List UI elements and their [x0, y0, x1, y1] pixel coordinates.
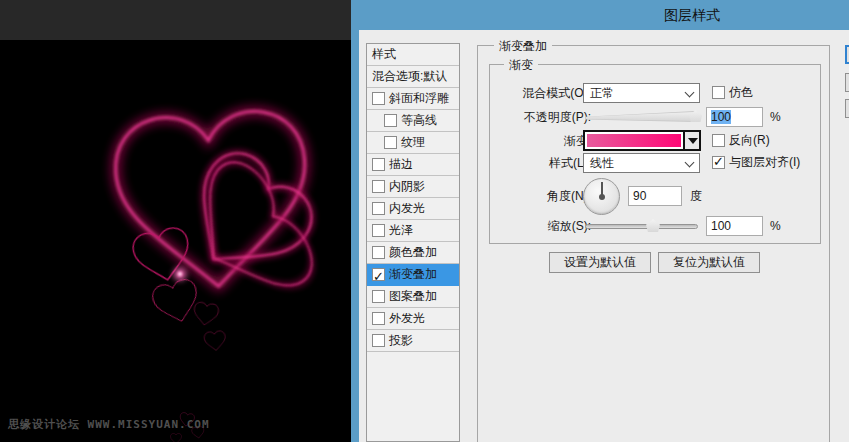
scale-slider-track[interactable]: [585, 224, 698, 229]
angle-label: 角度(N):: [491, 186, 591, 206]
checkbox-icon[interactable]: [372, 334, 385, 347]
gradient-overlay-groupbox: 渐变叠加 渐变: [477, 45, 830, 442]
checkbox-icon[interactable]: [372, 202, 385, 215]
checkbox-icon[interactable]: [712, 134, 725, 147]
groupbox-title: 渐变叠加: [494, 38, 552, 55]
style-select[interactable]: 线性: [583, 153, 700, 173]
reset-default-button[interactable]: 复位为默认值: [658, 252, 760, 273]
opacity-input[interactable]: 100: [706, 107, 763, 127]
checkbox-icon[interactable]: [712, 86, 725, 99]
blend-mode-select[interactable]: 正常: [583, 83, 700, 103]
subgroup-title: 渐变: [504, 57, 538, 74]
dialog-left-border: [351, 30, 359, 442]
opacity-unit: %: [770, 107, 781, 127]
style-item-satin[interactable]: 光泽: [367, 220, 459, 242]
checkbox-icon[interactable]: [372, 92, 385, 105]
new-style-button-partial[interactable]: [845, 99, 849, 118]
cancel-button-partial[interactable]: [845, 73, 849, 92]
style-item-blending-options[interactable]: 混合选项:默认: [367, 66, 459, 88]
style-item-bevel-emboss[interactable]: 斜面和浮雕: [367, 88, 459, 110]
scale-label: 缩放(S):: [491, 216, 591, 236]
heart-trail-1: [150, 277, 203, 327]
dither-checkbox-row[interactable]: 仿色: [712, 84, 753, 101]
heart-trail-2: [192, 302, 219, 327]
neon-hearts-artwork: [0, 0, 351, 442]
style-item-inner-glow[interactable]: 内发光: [367, 198, 459, 220]
layer-style-dialog: 图层样式 样式 混合选项:默认 斜面和浮雕 等高线 纹理: [351, 0, 849, 442]
angle-input[interactable]: 90: [628, 186, 682, 206]
gradient-dropdown-arrow-icon[interactable]: [683, 132, 699, 149]
checkbox-icon[interactable]: [372, 180, 385, 193]
style-item-styles[interactable]: 样式: [367, 44, 459, 66]
glow-point-core: [178, 272, 182, 276]
gradient-label: 渐变:: [491, 131, 591, 151]
checkbox-checked-icon[interactable]: [372, 268, 385, 281]
dialog-title: 图层样式: [664, 7, 720, 25]
checkbox-checked-icon[interactable]: [712, 156, 725, 169]
align-layer-checkbox-row[interactable]: 与图层对齐(I): [712, 154, 800, 171]
checkbox-icon[interactable]: [372, 158, 385, 171]
style-item-contour[interactable]: 等高线: [367, 110, 459, 132]
document-canvas[interactable]: 思缘设计论坛 WWW.MISSYUAN.COM: [0, 0, 351, 442]
chevron-down-icon: [685, 158, 695, 168]
scale-unit: %: [770, 216, 781, 236]
blend-mode-label: 混合模式(O):: [491, 83, 591, 103]
style-item-stroke[interactable]: 描边: [367, 154, 459, 176]
checkbox-icon[interactable]: [372, 290, 385, 303]
style-item-drop-shadow[interactable]: 投影: [367, 330, 459, 352]
heart-trail-3: [204, 330, 227, 351]
reverse-checkbox-row[interactable]: 反向(R): [712, 132, 770, 149]
checkbox-icon[interactable]: [384, 114, 397, 127]
checkbox-icon[interactable]: [384, 136, 397, 149]
style-item-pattern-overlay[interactable]: 图案叠加: [367, 286, 459, 308]
make-default-button[interactable]: 设置为默认值: [549, 252, 651, 273]
scale-input[interactable]: 100: [706, 216, 763, 236]
style-item-gradient-overlay[interactable]: 渐变叠加: [367, 264, 459, 286]
checkbox-icon[interactable]: [372, 312, 385, 325]
angle-dial[interactable]: [583, 178, 620, 215]
angle-center-dot-icon: [599, 194, 605, 200]
gradient-picker[interactable]: [583, 130, 701, 151]
checkbox-icon[interactable]: [372, 224, 385, 237]
chevron-down-icon: [685, 88, 695, 98]
heart-tiny-3: [171, 433, 182, 442]
watermark-text: 思缘设计论坛 WWW.MISSYUAN.COM: [8, 417, 210, 432]
screenshot-root: 思缘设计论坛 WWW.MISSYUAN.COM 图层样式 样式 混合选项:默认 …: [0, 0, 849, 442]
style-item-color-overlay[interactable]: 颜色叠加: [367, 242, 459, 264]
angle-unit: 度: [690, 186, 702, 206]
styles-list: 样式 混合选项:默认 斜面和浮雕 等高线 纹理 描边: [366, 43, 460, 442]
gradient-swatch[interactable]: [587, 134, 681, 147]
dialog-titlebar[interactable]: 图层样式: [351, 0, 849, 30]
style-item-outer-glow[interactable]: 外发光: [367, 308, 459, 330]
style-item-texture[interactable]: 纹理: [367, 132, 459, 154]
opacity-label: 不透明度(P):: [491, 107, 591, 127]
style-label: 样式(L):: [491, 153, 591, 173]
ok-button-partial[interactable]: [845, 45, 849, 64]
style-item-inner-shadow[interactable]: 内阴影: [367, 176, 459, 198]
checkbox-icon[interactable]: [372, 246, 385, 259]
